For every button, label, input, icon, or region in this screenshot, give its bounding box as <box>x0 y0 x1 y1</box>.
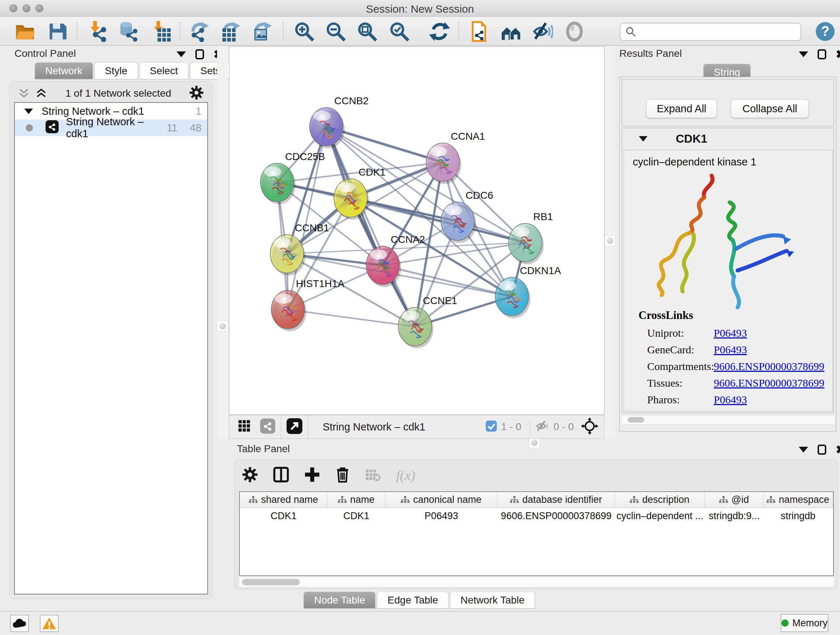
toolbar-separator <box>77 22 77 41</box>
import-table-icon[interactable] <box>151 21 172 42</box>
control-panel-title: Control Panel <box>14 48 76 59</box>
open-session-icon[interactable] <box>14 21 35 42</box>
column-header-description[interactable]: description <box>615 492 705 508</box>
zoom-fit-icon[interactable] <box>357 21 378 42</box>
tab-edge-table[interactable]: Edge Table <box>377 592 448 608</box>
zoom-selected-icon[interactable] <box>389 21 410 42</box>
memory-label: Memory <box>792 618 828 629</box>
panel-collapse-icon[interactable] <box>799 447 808 453</box>
export-network-icon[interactable] <box>189 21 210 42</box>
crosslink-label: Pharos: <box>647 394 680 406</box>
refresh-icon[interactable] <box>429 21 450 42</box>
crosslink-link[interactable]: P06493 <box>714 394 747 406</box>
panel-float-icon[interactable] <box>818 49 826 59</box>
grid-view-icon[interactable] <box>237 418 253 435</box>
column-header-name[interactable]: name <box>327 492 385 508</box>
column-header-id[interactable]: @id <box>705 492 764 508</box>
panel-collapse-icon[interactable] <box>177 51 186 57</box>
export-image-icon[interactable] <box>252 21 273 42</box>
results-scrollbar[interactable] <box>622 416 834 424</box>
help-button[interactable]: ? <box>815 21 836 42</box>
crosslinks-title: CrossLinks <box>638 309 693 322</box>
table-options-gear-icon[interactable] <box>242 467 258 484</box>
svg-text:CDKN1A: CDKN1A <box>520 265 561 276</box>
cloud-button[interactable] <box>10 615 29 632</box>
export-table-icon[interactable] <box>220 21 241 42</box>
import-network-database-icon[interactable] <box>118 21 139 42</box>
import-network-file-icon[interactable] <box>88 21 109 42</box>
zoom-in-icon[interactable] <box>294 21 315 42</box>
memory-button[interactable]: Memory <box>781 614 829 632</box>
right-panel-divider[interactable] <box>605 46 615 439</box>
table-panel-title: Table Panel <box>237 443 290 455</box>
search-box[interactable] <box>620 23 801 41</box>
column-header-sharedname[interactable]: shared name <box>240 492 327 508</box>
show-columns-icon[interactable] <box>273 467 289 484</box>
tab-network[interactable]: Network <box>35 62 93 79</box>
tab-select[interactable]: Select <box>139 62 188 79</box>
hidden-eye-icon[interactable] <box>535 420 550 434</box>
panel-collapse-icon[interactable] <box>799 51 808 57</box>
control-panel: Control Panel ✖ NetworkStyleSelectSets 1… <box>3 47 216 600</box>
network-node-CCNB2: CCNB2 <box>309 95 369 149</box>
table-hscrollbar[interactable] <box>239 578 834 587</box>
section-expand-icon[interactable] <box>639 136 647 141</box>
divider-handle[interactable] <box>605 235 615 246</box>
node-table[interactable]: shared namenamecanonical namedatabase id… <box>239 491 834 576</box>
add-column-icon[interactable] <box>304 467 320 484</box>
network-overview-icon[interactable] <box>260 418 276 435</box>
column-header-namespace[interactable]: namespace <box>764 492 832 508</box>
crosslink-link[interactable]: P06493 <box>714 327 747 339</box>
warning-button[interactable] <box>40 615 58 632</box>
table-box: f(x) shared namenamecanonical namedataba… <box>234 459 838 589</box>
panel-float-icon[interactable] <box>818 445 826 455</box>
column-header-databaseidentifier[interactable]: database identifier <box>497 492 615 508</box>
column-header-canonicalname[interactable]: canonical name <box>385 492 497 508</box>
birdseye-crosshair-icon[interactable] <box>581 417 598 436</box>
protein-structure-image <box>639 169 809 314</box>
tab-network-table[interactable]: Network Table <box>450 592 535 608</box>
panel-close-icon[interactable]: ✖ <box>836 445 840 455</box>
left-panel-divider[interactable] <box>217 46 228 439</box>
home-pages-icon[interactable] <box>501 21 522 42</box>
table-panel: Table Panel ✖ f(x) shared namenamecanoni… <box>229 443 840 609</box>
gene-description: cyclin–dependent kinase 1 <box>624 150 832 168</box>
tree-expand-icon[interactable] <box>24 109 33 114</box>
delete-column-icon[interactable] <box>335 467 350 484</box>
network-node-RB1: RB1 <box>508 211 553 264</box>
show-hide-icon[interactable] <box>532 21 553 42</box>
toolbar-separator <box>458 22 459 41</box>
save-session-icon[interactable] <box>47 21 68 42</box>
main-toolbar: ? <box>0 17 840 46</box>
collapse-all-button[interactable]: Collapse All <box>731 99 809 118</box>
network-tree-child-row[interactable]: String Network – cdk1 11 48 <box>15 119 207 136</box>
cloud-icon <box>12 618 27 629</box>
gray-lens-icon[interactable] <box>564 21 585 42</box>
expand-all-button[interactable]: Expand All <box>646 99 717 118</box>
open-document-share-icon[interactable] <box>469 21 489 42</box>
panel-close-icon[interactable]: ✖ <box>836 49 840 59</box>
crosslink-link[interactable]: 9606.ENSP00000378699 <box>714 360 824 372</box>
selected-count: 1 - 0 <box>501 421 521 432</box>
gene-section-header[interactable]: CDK1 <box>622 128 834 149</box>
svg-text:CDC6: CDC6 <box>466 190 493 201</box>
collapse-all-networks-icon[interactable] <box>18 88 47 99</box>
table-row[interactable]: CDK1CDK1P064939606.ENSP00000378699cyclin… <box>240 508 833 524</box>
crosslink-label: Compartments: <box>647 360 714 372</box>
panel-float-icon[interactable] <box>195 49 204 59</box>
tab-style[interactable]: Style <box>95 62 138 79</box>
network-options-gear-icon[interactable] <box>189 86 204 101</box>
search-input[interactable] <box>637 27 789 38</box>
crosslink-link[interactable]: 9606.ENSP00000378699 <box>714 377 824 389</box>
network-canvas[interactable]: CCNB2CCNA1CDC25BCDK1CDC6RB1CCNB1CCNA2CDK… <box>229 46 605 415</box>
crosslink-link[interactable]: P06493 <box>714 344 747 356</box>
network-view-title: String Network – cdk1 <box>323 421 425 433</box>
zoom-out-icon[interactable] <box>325 21 346 42</box>
divider-handle[interactable] <box>217 321 228 332</box>
open-in-window-icon[interactable] <box>286 418 303 436</box>
network-label: String Network – cdk1 <box>66 116 167 140</box>
crosslink-label: Tissues: <box>647 377 682 389</box>
control-panel-tabs: NetworkStyleSelectSets <box>35 62 233 79</box>
tab-node-table[interactable]: Node Table <box>303 592 376 608</box>
selected-checkbox-icon[interactable] <box>485 420 497 434</box>
